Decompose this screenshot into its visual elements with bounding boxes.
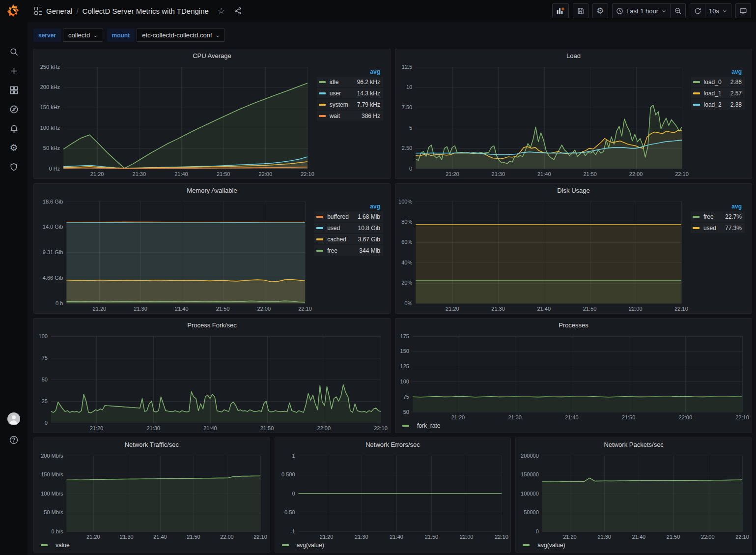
dashboard-canvas: server collectd ⌄ mount etc-collectd-col… [28,22,756,555]
svg-text:4.66 Gib: 4.66 Gib [43,275,63,281]
chart-plot[interactable]: 507510012515017521:2021:3021:4021:5022:0… [397,331,750,422]
legend-swatch [319,115,326,117]
panel-title-network-packets[interactable]: Network Packets/sec [516,438,752,451]
legend-item-load_0[interactable]: load_02.86 [691,77,745,87]
panel-title-cpu-average[interactable]: CPU Average [34,49,390,62]
time-range-picker[interactable]: Last 1 hour [612,3,671,18]
zoom-out-button[interactable] [670,3,686,18]
svg-text:-0.50: -0.50 [282,509,295,515]
svg-text:250 kHz: 250 kHz [40,64,60,70]
legend-avg-header[interactable]: avg [314,203,383,211]
star-icon[interactable]: ☆ [218,6,225,16]
chart-plot[interactable]: -1-0.5000.500121:2021:3021:4021:5022:002… [277,451,509,541]
legend-item-free[interactable]: free344 Mib [314,245,383,256]
legend-item-free[interactable]: free22.7% [691,211,745,222]
panel-title-process-fork[interactable]: Process Fork/sec [34,319,390,331]
svg-text:21:20: 21:20 [93,306,107,312]
panel-title-processes[interactable]: Processes [395,319,752,331]
search-icon[interactable] [0,42,28,61]
chart-plot[interactable]: 0 b4.66 Gib9.31 Gib14.0 Gib18.6 Gib21:20… [36,197,312,313]
variable-mount-label[interactable]: mount [107,29,135,42]
panel-title-load[interactable]: Load [395,49,752,62]
save-dashboard-button[interactable] [573,3,588,18]
panel-title-network-traffic[interactable]: Network Traffic/sec [34,438,270,451]
legend-item-load_1[interactable]: load_12.57 [691,88,745,98]
variable-server-value[interactable]: collectd ⌄ [63,29,103,42]
legend-item-user[interactable]: user14.3 kHz [317,88,383,98]
variable-server-label[interactable]: server [33,29,61,42]
variable-mount-value[interactable]: etc-collectd-collectd.conf ⌄ [137,29,225,42]
alerting-icon[interactable] [0,119,28,138]
breadcrumb-section[interactable]: General [46,7,72,15]
legend-avg-header[interactable]: avg [317,68,383,77]
refresh-controls: 10s [690,3,731,18]
svg-text:21:30: 21:30 [491,306,505,312]
svg-text:10: 10 [406,84,412,90]
refresh-interval-picker[interactable]: 10s [705,3,731,18]
add-panel-button[interactable] [552,3,569,18]
legend-item-value[interactable]: value [34,541,270,552]
share-icon[interactable] [234,7,242,15]
server-admin-icon[interactable] [0,157,28,176]
legend-swatch [319,104,326,106]
user-avatar[interactable] [0,409,28,428]
panel-network-packets: Network Packets/sec 05000010000015000020… [515,438,752,553]
chart-plot[interactable]: 02.5057.501012.521:2021:3021:4021:5022:0… [397,62,689,178]
svg-text:75: 75 [403,394,409,400]
panel-network-errors: Network Errors/sec -1-0.5000.500121:2021… [275,438,511,553]
explore-icon[interactable] [0,100,28,119]
svg-text:21:30: 21:30 [508,414,522,420]
legend-item-fork_rate[interactable]: fork_rate [395,422,752,433]
svg-text:50: 50 [403,409,409,415]
panel-title-network-errors[interactable]: Network Errors/sec [275,438,511,451]
refresh-button[interactable] [690,3,705,18]
dashboards-grid-icon[interactable] [34,7,42,15]
svg-text:22:10: 22:10 [495,534,508,540]
chart-plot[interactable]: 025507510021:2021:3021:4021:5022:0022:10 [36,331,388,433]
panel-disk-usage: Disk Usage 0%20%40%60%80%100%21:2021:302… [395,183,752,314]
legend-series-name: user [330,90,341,97]
create-icon[interactable] [0,61,28,81]
svg-text:22:00: 22:00 [629,171,643,177]
dashboards-icon[interactable] [0,81,28,100]
chart-plot[interactable]: 05000010000015000020000021:2021:3021:402… [518,451,750,541]
svg-text:21:40: 21:40 [565,414,579,420]
legend-swatch [282,544,289,546]
legend-item-used[interactable]: used77.3% [691,223,745,233]
chart-plot[interactable]: 0 Hz50 kHz100 kHz150 kHz200 kHz250 kHz21… [36,62,315,178]
legend-item-buffered[interactable]: buffered1.68 Mib [314,211,383,222]
help-icon[interactable] [0,430,28,449]
legend-item-avg(value)[interactable]: avg(value) [516,541,752,552]
panel-title-disk-usage[interactable]: Disk Usage [395,184,752,197]
legend-swatch [693,92,700,94]
legend-item-cached[interactable]: cached3.67 Gib [314,234,383,244]
svg-text:22:00: 22:00 [679,414,693,420]
variable-server-selected: collectd [68,31,90,39]
legend-item-idle[interactable]: idle96.2 kHz [317,77,383,87]
legend-series-avg: 10.8 Gib [358,225,380,232]
legend-swatch [693,104,700,106]
panel-title-memory-available[interactable]: Memory Available [34,184,390,197]
svg-text:21:50: 21:50 [424,534,438,540]
breadcrumb-title[interactable]: CollectD Server Metrics with TDengine [83,7,209,15]
legend-item-system[interactable]: system7.79 kHz [317,99,383,110]
svg-text:22:00: 22:00 [460,534,474,540]
legend-avg-header[interactable]: avg [691,203,745,211]
legend-item-load_2[interactable]: load_22.38 [691,99,745,110]
svg-text:0 b/s: 0 b/s [52,528,63,534]
configuration-icon[interactable]: ⚙ [0,138,28,157]
svg-text:40%: 40% [401,260,412,265]
cycle-view-mode-button[interactable] [735,3,751,18]
dashboard-settings-button[interactable]: ⚙ [592,3,608,18]
chart-plot[interactable]: 0%20%40%60%80%100%21:2021:3021:4021:5022… [397,197,689,313]
legend-right: avgload_02.86load_12.57load_22.38 [689,62,750,178]
legend-item-used[interactable]: used10.8 Gib [314,223,383,233]
legend-item-avg(value)[interactable]: avg(value) [275,541,511,552]
svg-text:21:40: 21:40 [203,425,217,431]
svg-text:21:50: 21:50 [260,425,274,431]
legend-item-wait[interactable]: wait386 Hz [317,111,383,121]
legend-avg-header[interactable]: avg [691,68,745,77]
grafana-logo[interactable] [0,0,28,22]
chart-plot[interactable]: 0 b/s50 Mb/s100 Mb/s150 Mb/s200 Mb/s21:2… [36,451,268,541]
svg-text:200 kHz: 200 kHz [40,84,60,90]
